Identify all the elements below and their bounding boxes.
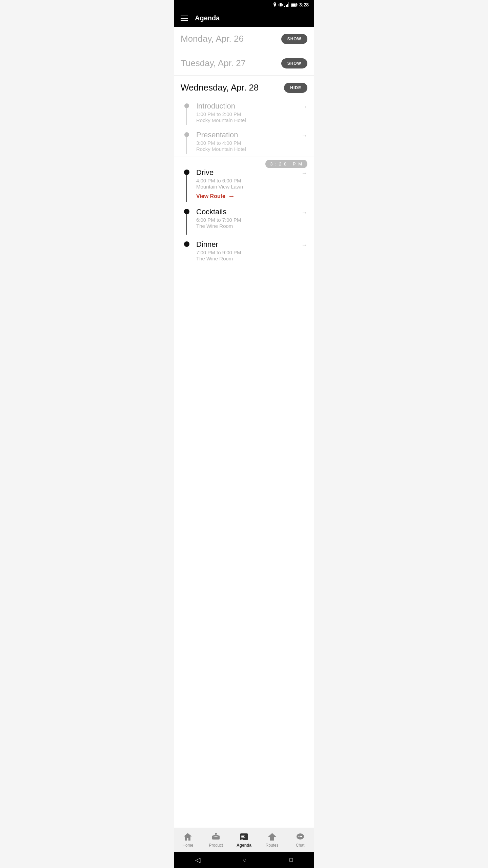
drive-location: Mountain View Lawn [196, 184, 301, 190]
introduction-event[interactable]: Introduction 1:00 PM to 2:00 PM Rocky Mo… [181, 102, 307, 131]
svg-rect-14 [241, 836, 244, 837]
svg-rect-8 [291, 4, 296, 6]
svg-rect-3 [284, 6, 285, 7]
svg-point-19 [298, 836, 299, 837]
signal-icon [284, 2, 289, 7]
tuesday-section: Tuesday, Apr. 27 SHOW [174, 51, 314, 76]
status-icons: 3:28 [273, 2, 309, 7]
presentation-event[interactable]: Presentation 3:00 PM to 4:00 PM Rocky Mo… [181, 131, 307, 157]
wednesday-section: Wednesday, Apr. 28 HIDE Introduction 1:0… [174, 76, 314, 271]
intro-location: Rocky Mountain Hotel [196, 117, 301, 123]
current-time-badge: 3 : 2 8 P M [265, 160, 307, 168]
monday-show-button[interactable]: SHOW [281, 34, 307, 44]
android-back-button[interactable]: ◁ [195, 856, 200, 864]
presentation-time: 3:00 PM to 4:00 PM [196, 140, 301, 146]
cocktails-content: Cocktails 6:00 PM to 7:00 PM The Wine Ro… [193, 208, 301, 229]
nav-product[interactable]: Product [202, 831, 230, 849]
view-route-arrow-icon: → [228, 192, 235, 200]
nav-product-label: Product [209, 843, 223, 848]
cocktails-event[interactable]: Cocktails 6:00 PM to 7:00 PM The Wine Ro… [181, 208, 307, 240]
intro-arrow: → [301, 103, 307, 111]
monday-label: Monday, Apr. 26 [181, 34, 244, 44]
svg-rect-16 [241, 839, 243, 840]
android-recents-button[interactable]: □ [289, 857, 293, 863]
presentation-arrow: → [301, 132, 307, 139]
intro-title: Introduction [196, 102, 301, 111]
intro-line [186, 108, 187, 125]
bottom-navigation: Home Product Agenda Routes [174, 828, 314, 852]
drive-arrow: → [301, 170, 307, 177]
location-icon [273, 2, 277, 7]
past-events: Introduction 1:00 PM to 2:00 PM Rocky Mo… [174, 96, 314, 157]
cocktails-line [186, 214, 187, 235]
tuesday-header: Tuesday, Apr. 27 SHOW [181, 58, 307, 68]
presentation-title: Presentation [196, 131, 301, 139]
presentation-content: Presentation 3:00 PM to 4:00 PM Rocky Mo… [193, 131, 301, 152]
drive-content: Drive 4:00 PM to 6:00 PM Mountain View L… [193, 168, 301, 200]
presentation-dot [184, 132, 189, 137]
android-home-button[interactable]: ○ [243, 856, 247, 864]
nav-routes-label: Routes [266, 843, 279, 848]
tuesday-show-button[interactable]: SHOW [281, 58, 307, 68]
wednesday-header: Wednesday, Apr. 28 HIDE [174, 76, 314, 93]
active-events: Drive 4:00 PM to 6:00 PM Mountain View L… [174, 168, 314, 271]
intro-dot [184, 103, 189, 108]
dinner-time: 7:00 PM to 9:00 PM [196, 250, 301, 255]
svg-rect-4 [286, 5, 287, 7]
status-bar: 3:28 [174, 0, 314, 9]
intro-time: 1:00 PM to 2:00 PM [196, 111, 301, 117]
nav-routes[interactable]: Routes [258, 831, 286, 849]
monday-header: Monday, Apr. 26 SHOW [181, 34, 307, 44]
cocktails-time: 6:00 PM to 7:00 PM [196, 217, 301, 223]
drive-event[interactable]: Drive 4:00 PM to 6:00 PM Mountain View L… [181, 168, 307, 208]
time-badge-row: 3 : 2 8 P M [174, 157, 314, 168]
routes-icon [267, 832, 277, 842]
vibrate-icon [279, 2, 283, 7]
svg-point-20 [300, 836, 301, 837]
svg-point-11 [215, 833, 217, 835]
agenda-icon [239, 832, 249, 842]
cocktails-arrow: → [301, 209, 307, 216]
intro-content: Introduction 1:00 PM to 2:00 PM Rocky Mo… [193, 102, 301, 123]
nav-agenda-label: Agenda [237, 843, 251, 848]
wednesday-hide-button[interactable]: HIDE [284, 83, 307, 93]
svg-marker-17 [268, 833, 276, 841]
view-route-button[interactable]: View Route → [196, 192, 301, 200]
cocktails-location: The Wine Room [196, 223, 301, 229]
nav-chat[interactable]: Chat [286, 831, 314, 849]
cocktails-title: Cocktails [196, 208, 301, 216]
app-header: Agenda [174, 9, 314, 27]
svg-rect-0 [280, 3, 282, 6]
svg-rect-13 [241, 835, 245, 835]
svg-rect-15 [241, 837, 245, 838]
svg-rect-2 [282, 4, 283, 6]
tuesday-label: Tuesday, Apr. 27 [181, 58, 246, 68]
status-time: 3:28 [299, 2, 309, 7]
dinner-title: Dinner [196, 240, 301, 249]
main-content: Monday, Apr. 26 SHOW Tuesday, Apr. 27 SH… [174, 27, 314, 828]
nav-chat-label: Chat [296, 843, 304, 848]
presentation-line [186, 137, 187, 154]
product-icon [211, 832, 221, 842]
dinner-content: Dinner 7:00 PM to 9:00 PM The Wine Room [193, 240, 301, 261]
nav-home-label: Home [182, 843, 193, 848]
svg-rect-5 [287, 4, 288, 7]
dinner-location: The Wine Room [196, 256, 301, 261]
chat-icon [296, 832, 305, 842]
drive-line [186, 175, 187, 202]
nav-home[interactable]: Home [174, 831, 202, 849]
view-route-label: View Route [196, 193, 225, 199]
home-icon [183, 832, 192, 842]
battery-icon [291, 3, 298, 7]
nav-agenda[interactable]: Agenda [230, 831, 258, 849]
drive-title: Drive [196, 168, 301, 177]
dinner-event[interactable]: Dinner 7:00 PM to 9:00 PM The Wine Room … [181, 240, 307, 264]
drive-dot [184, 170, 189, 175]
svg-point-21 [301, 836, 302, 837]
android-navigation-bar: ◁ ○ □ [174, 852, 314, 868]
drive-time: 4:00 PM to 6:00 PM [196, 178, 301, 183]
cocktails-dot [184, 209, 189, 214]
dinner-dot [184, 241, 189, 247]
wednesday-label: Wednesday, Apr. 28 [181, 82, 259, 93]
menu-button[interactable] [181, 16, 188, 21]
